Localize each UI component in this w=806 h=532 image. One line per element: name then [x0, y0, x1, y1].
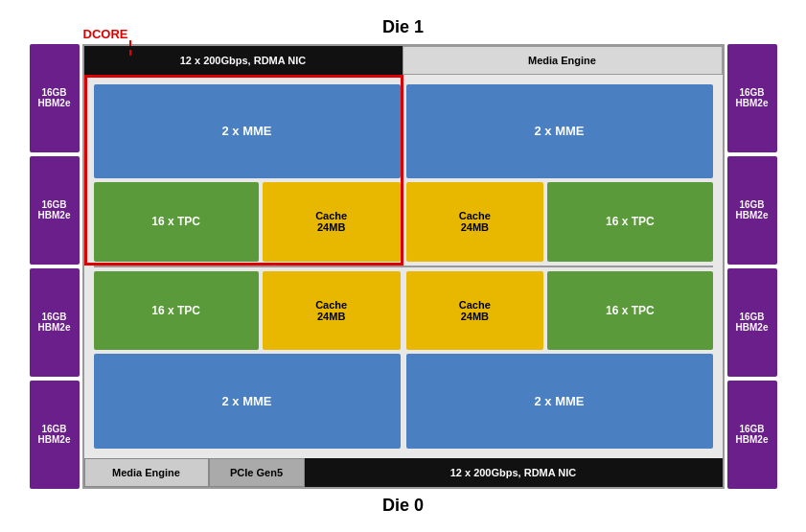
die1-right-cache: Cache24MB	[406, 182, 544, 261]
hbm-block: 16GBHBM2e	[727, 268, 777, 377]
hbm-block: 16GBHBM2e	[30, 268, 80, 377]
die0-left-tpc-cache-row: 16 x TPC Cache24MB	[94, 271, 401, 350]
die1-left-cache: Cache24MB	[263, 182, 401, 261]
die0-left-quadrant: 16 x TPC Cache24MB 2 x MME	[94, 271, 401, 449]
hbm-block: 16GBHBM2e	[30, 156, 80, 265]
bottom-media-engine: Media Engine	[84, 458, 209, 487]
hbm-block: 16GBHBM2e	[727, 381, 777, 489]
dcore-label: DCORE	[83, 27, 128, 41]
die0-left-cache: Cache24MB	[263, 271, 401, 350]
die0-right-mme: 2 x MME	[406, 354, 713, 449]
bottom-rdma-nic: 12 x 200Gbps, RDMA NIC	[305, 458, 723, 487]
die1-label: Die 1	[30, 17, 777, 37]
bottom-bar: Media Engine PCIe Gen5 12 x 200Gbps, RDM…	[84, 458, 723, 487]
hbm-block: 16GBHBM2e	[727, 44, 777, 152]
die1-left-tpc-cache-row: 16 x TPC Cache24MB	[94, 182, 401, 261]
die0-label: Die 0	[30, 496, 777, 516]
die0-right-quadrant: Cache24MB 16 x TPC 2 x MME	[406, 271, 713, 449]
die0-right-cache: Cache24MB	[406, 271, 544, 350]
die1-left-mme: 2 x MME	[94, 84, 401, 179]
die0-right-tpc: 16 x TPC	[547, 271, 712, 350]
die0-left-mme: 2 x MME	[94, 354, 401, 449]
die1-left-tpc: 16 x TPC	[94, 182, 259, 261]
die1-right-quadrant: 2 x MME Cache24MB 16 x TPC	[406, 84, 713, 262]
die1-right-mme: 2 x MME	[406, 84, 713, 179]
die0-left-tpc: 16 x TPC	[94, 271, 259, 350]
die0-half: 16 x TPC Cache24MB 2 x MME Cache24MB 16 …	[90, 267, 717, 452]
dcore-arrow-line	[129, 40, 131, 56]
die1-left-quadrant: 2 x MME 16 x TPC Cache24MB	[94, 84, 401, 262]
top-rdma-nic: 12 x 200Gbps, RDMA NIC	[84, 46, 403, 75]
top-bar: 12 x 200Gbps, RDMA NIC Media Engine	[84, 46, 723, 75]
hbm-block: 16GBHBM2e	[727, 156, 777, 265]
bottom-pcie: PCIe Gen5	[209, 458, 305, 487]
die0-right-tpc-cache-row: Cache24MB 16 x TPC	[406, 271, 713, 350]
top-media-engine: Media Engine	[403, 46, 723, 75]
die1-half: 2 x MME 16 x TPC Cache24MB 2 x MME Cache…	[90, 81, 717, 266]
die1-right-tpc-cache-row: Cache24MB 16 x TPC	[406, 182, 713, 261]
hbm-right-column: 16GBHBM2e 16GBHBM2e 16GBHBM2e 16GBHBM2e	[727, 44, 777, 489]
hbm-block: 16GBHBM2e	[30, 381, 80, 489]
hbm-left-column: 16GBHBM2e 16GBHBM2e 16GBHBM2e 16GBHBM2e	[30, 44, 80, 489]
main-board: 12 x 200Gbps, RDMA NIC Media Engine Medi…	[82, 44, 725, 489]
die1-right-tpc: 16 x TPC	[547, 182, 712, 261]
hbm-block: 16GBHBM2e	[30, 44, 80, 152]
diagram-container: Die 1 16GBHBM2e 16GBHBM2e 16GBHBM2e 16GB…	[30, 17, 777, 516]
inner-content: 2 x MME 16 x TPC Cache24MB 2 x MME Cache…	[84, 75, 723, 458]
